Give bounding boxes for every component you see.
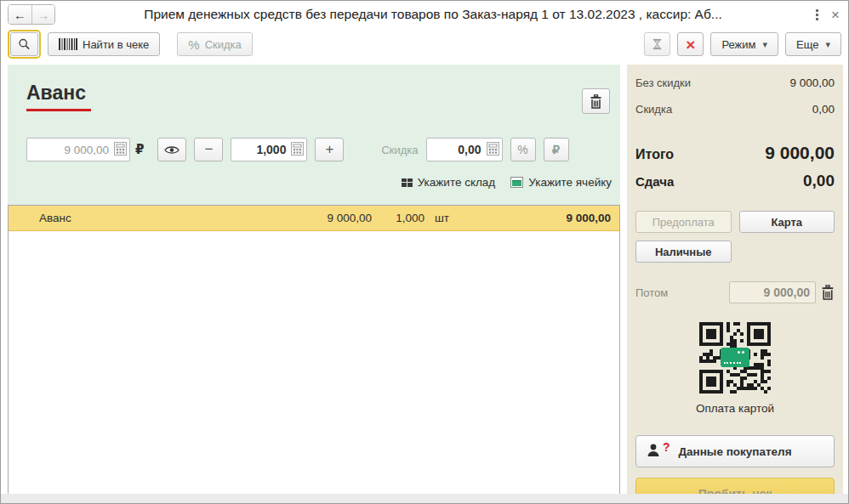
mode-label: Режим (721, 38, 755, 51)
pay-later-delete-button[interactable] (821, 285, 835, 300)
pay-later-row: Потом 9 000,00 (635, 281, 835, 303)
discount-ruble-button[interactable]: ₽ (544, 138, 569, 161)
mode-dropdown[interactable]: Режим ▾ (710, 32, 778, 56)
discount-row: Скидка 0,00 (635, 103, 835, 124)
find-in-receipt-label: Найти в чеке (83, 38, 149, 51)
discount-label: Скидка (205, 38, 242, 51)
discount-button[interactable]: % Скидка (177, 32, 252, 56)
current-item-panel: Аванс 9 000,00 ₽ (8, 65, 620, 205)
more-dropdown[interactable]: Еще ▾ (785, 32, 841, 56)
prepayment-button[interactable]: Предоплата (635, 211, 732, 233)
clear-receipt-button[interactable]: × (677, 32, 704, 56)
close-icon[interactable]: × (831, 8, 840, 22)
wait-button[interactable] (644, 32, 670, 56)
find-in-receipt-button[interactable]: Найти в чеке (48, 32, 160, 56)
receipt-table: Аванс 9 000,00 1,000 шт 9 000,00 (8, 205, 620, 495)
select-cell-link[interactable]: Укажите ячейку (510, 176, 612, 189)
back-button[interactable]: ← (9, 5, 31, 24)
total-value: 9 000,00 (765, 143, 835, 163)
question-mark-badge: ? (663, 440, 670, 454)
summary-discount-label: Скидка (635, 103, 672, 116)
ruble-sign: ₽ (135, 142, 144, 157)
pos-window: ← → Прием денежных средств без передачи … (0, 0, 849, 504)
storage-links-row: Укажите склад Укажите ячейку (8, 176, 612, 189)
pay-later-label: Потом (635, 286, 668, 299)
window-title: Прием денежных средств без передачи това… (55, 7, 811, 22)
search-button[interactable] (10, 32, 38, 56)
select-warehouse-link[interactable]: Укажите склад (402, 176, 496, 189)
payment-panel: Без скидки 9 000,00 Скидка 0,00 Итого 9 … (627, 65, 843, 495)
payment-buttons: Предоплата Карта Наличные (635, 211, 835, 263)
row-item-unit: шт (424, 212, 484, 224)
no-discount-row: Без скидки 9 000,00 (635, 76, 835, 98)
calculator-icon[interactable] (291, 142, 304, 158)
card-button[interactable]: Карта (739, 211, 835, 233)
qr-caption: Оплата картой (635, 402, 835, 415)
chevron-down-icon: ▾ (762, 39, 767, 50)
qty-minus-button[interactable]: − (194, 138, 223, 161)
view-button[interactable] (157, 138, 186, 161)
total-row: Итого 9 000,00 (635, 143, 835, 163)
payment-qr-code (699, 322, 771, 394)
row-item-price: 9 000,00 (264, 212, 372, 224)
customer-data-button[interactable]: ? Данные покупателя (635, 435, 835, 467)
cash-label: Наличные (655, 246, 712, 258)
hourglass-icon (652, 37, 663, 51)
row-item-name: Аванс (9, 212, 264, 224)
summary-discount-value: 0,00 (812, 103, 835, 116)
plus-icon: + (325, 141, 333, 158)
price-input[interactable]: 9 000,00 (26, 138, 130, 161)
cash-button[interactable]: Наличные (635, 241, 732, 263)
back-arrow-icon: ← (14, 8, 26, 22)
quantity-value: 1,000 (256, 143, 286, 156)
table-row[interactable]: Аванс 9 000,00 1,000 шт 9 000,00 (9, 206, 619, 231)
credit-card-icon (721, 348, 749, 367)
forward-button[interactable]: → (31, 5, 54, 24)
prepayment-label: Предоплата (652, 216, 715, 229)
current-item-name: Аванс (26, 82, 91, 111)
delete-item-button[interactable] (582, 88, 610, 114)
row-item-qty: 1,000 (372, 212, 424, 224)
no-discount-value: 9 000,00 (789, 76, 835, 89)
history-nav: ← → (8, 4, 55, 25)
pay-later-input[interactable]: 9 000,00 (729, 281, 816, 303)
trash-icon (590, 94, 602, 109)
line-discount-value: 0,00 (458, 143, 481, 156)
change-value: 0,00 (803, 172, 835, 190)
red-x-icon: × (686, 37, 695, 53)
chevron-down-icon: ▾ (825, 39, 830, 50)
more-label: Еще (796, 38, 818, 51)
total-label: Итого (635, 147, 674, 162)
select-cell-label: Укажите ячейку (528, 176, 612, 189)
warehouse-icon (402, 178, 413, 187)
no-discount-label: Без скидки (635, 76, 691, 89)
more-menu-dots-icon[interactable] (811, 8, 823, 21)
calculator-icon[interactable] (487, 142, 499, 158)
line-discount-input[interactable]: 0,00 (426, 138, 503, 161)
search-focus-ring (8, 30, 41, 59)
titlebar: ← → Прием денежных средств без передачи … (1, 1, 848, 28)
window-footer-strip (1, 494, 848, 503)
row-item-total: 9 000,00 (484, 212, 619, 224)
change-label: Сдача (635, 174, 674, 189)
qty-plus-button[interactable]: + (315, 138, 344, 161)
trash-icon (821, 285, 835, 300)
card-label: Карта (771, 216, 802, 229)
ruble-icon: ₽ (552, 143, 560, 156)
barcode-icon (59, 38, 77, 50)
discount-percent-button[interactable]: % (510, 138, 536, 161)
line-discount-label: Скидка (381, 144, 418, 156)
change-row: Сдача 0,00 (635, 172, 835, 190)
calculator-icon[interactable] (114, 142, 127, 158)
person-icon: ? (647, 443, 670, 458)
price-value: 9 000,00 (64, 144, 109, 156)
forward-arrow-icon: → (37, 8, 50, 22)
search-icon (18, 37, 31, 51)
percent-icon: % (517, 143, 527, 156)
quantity-input[interactable]: 1,000 (231, 138, 307, 161)
toolbar: Найти в чеке % Скидка × Режим ▾ (1, 28, 848, 60)
eye-icon (164, 145, 179, 155)
minus-icon: − (204, 141, 213, 158)
storage-cell-icon (510, 177, 523, 188)
item-edit-row: 9 000,00 ₽ − 1,000 + Скидка (26, 138, 612, 161)
